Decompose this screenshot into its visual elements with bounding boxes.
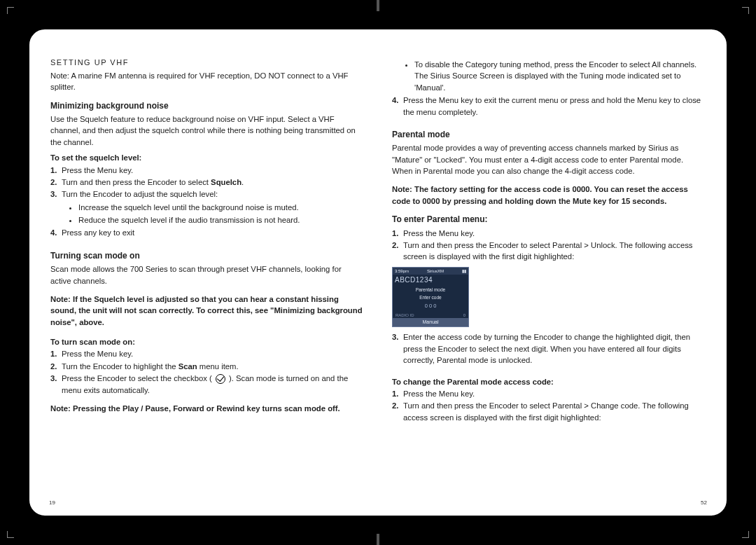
page-number-right: 52 [701, 499, 707, 506]
step-text: Turn the Encoder to highlight the Scan m… [62, 362, 239, 371]
signal-icon: ▮▮ [462, 268, 466, 275]
step-text: Press the Encoder to select the checkbox… [62, 374, 348, 394]
step-text: Press the Menu key to exit the current m… [403, 96, 701, 116]
sub-list-item: Reduce the squelch level if the audio tr… [78, 214, 364, 226]
list-item: 2.Turn the Encoder to highlight the Scan… [50, 361, 364, 372]
crop-corner-br [742, 531, 749, 538]
step-text: Turn the Encoder to adjust the squelch l… [62, 190, 218, 198]
screenshot-mode-line: Parental mode [393, 286, 468, 294]
device-screenshot: 3:59pm SiriusXM ▮▮ ABCD1234 Parental mod… [392, 267, 469, 328]
note-squelch-hiss: Note: If the Squelch level is adjusted s… [50, 294, 364, 328]
checkmark-icon [216, 374, 225, 384]
list-item: 3.Press the Encoder to select the checkb… [50, 373, 364, 396]
step-text: Press any key to exit [62, 228, 134, 237]
list-set-squelch: 1.Press the Menu key. 2.Turn and then pr… [50, 165, 364, 239]
step-text: Turn and then press the Encoder to selec… [403, 401, 689, 421]
crop-mark-bottom [377, 534, 379, 545]
screenshot-code-digits: 0 0 0 [393, 302, 468, 312]
sub-list-item: Increase the squelch level until the bac… [78, 202, 364, 213]
text-parental-mode: Parental mode provides a way of preventi… [392, 142, 706, 177]
list-change-code: 1.Press the Menu key. 2.Turn and then pr… [392, 388, 706, 423]
list-enter-parental: 1.Press the Menu key. 2.Turn and then pr… [392, 228, 706, 263]
screenshot-bottom-bar: Manual [393, 318, 468, 326]
heading-change-code: To change the Parental mode access code: [392, 376, 706, 387]
text-minimizing: Use the Squelch feature to reduce backgr… [50, 113, 364, 148]
left-column: SETTING UP VHF Note: A marine FM antenna… [50, 57, 364, 495]
step-text: Press the Menu key. [62, 350, 133, 358]
step-text: Turn and then press the Encoder to selec… [403, 241, 693, 261]
right-column: To disable the Category tuning method, p… [392, 57, 706, 495]
list-item: 2.Turn and then press the Encoder to sel… [392, 400, 706, 423]
screenshot-radio-id: RADIO ID [396, 312, 414, 319]
list-item: 3.Turn the Encoder to adjust the squelch… [50, 188, 364, 226]
text-scan-mode: Scan mode allows the 700 Series to scan … [50, 263, 364, 287]
list-item: 1.Press the Menu key. [392, 228, 706, 239]
heading-parental-mode: Parental mode [392, 129, 706, 141]
list-item: 3.Enter the access code by turning the E… [392, 331, 706, 366]
continuation-bullet-list: To disable the Category tuning method, p… [414, 59, 706, 93]
heading-enter-parental: To enter Parental menu: [392, 214, 706, 226]
crop-corner-tr [742, 7, 749, 14]
sub-list-item: To disable the Category tuning method, p… [414, 59, 706, 93]
crop-corner-bl [7, 531, 14, 538]
step-text: Enter the access code by turning the Enc… [403, 333, 690, 364]
screenshot-id-line: ABCD1234 [393, 275, 468, 286]
note-scan-off: Note: Pressing the Play / Pause, Forward… [50, 403, 364, 414]
sub-list: Increase the squelch level until the bac… [78, 202, 364, 226]
step-text: Press the Menu key. [403, 229, 475, 237]
step-text: Press the Menu key. [62, 166, 133, 174]
list-item: 2.Turn and then press the Encoder to sel… [50, 177, 364, 188]
note-factory-code: Note: The factory setting for the access… [392, 184, 706, 207]
list-item: 1.Press the Menu key. [50, 348, 364, 359]
list-enter-parental-cont: 3.Enter the access code by turning the E… [392, 331, 706, 366]
list-turn-scan: 1.Press the Menu key. 2.Turn the Encoder… [50, 348, 364, 396]
step-text: Turn and then press the Encoder to selec… [62, 178, 244, 186]
manual-page: SETTING UP VHF Note: A marine FM antenna… [28, 28, 728, 517]
section-header-vhf: SETTING UP VHF [50, 57, 364, 69]
note-antenna: Note: A marine FM antenna is required fo… [50, 70, 364, 93]
heading-minimizing: Minimizing background noise [50, 100, 364, 112]
screenshot-top-bar: 3:59pm SiriusXM ▮▮ [393, 268, 468, 275]
crop-corner-tl [7, 7, 14, 14]
heading-scan-mode: Turning scan mode on [50, 250, 364, 262]
screenshot-radio-row: RADIO ID 0 [393, 312, 468, 319]
screenshot-prompt-line: Enter code [393, 294, 468, 301]
page-number-left: 19 [49, 499, 55, 506]
continuation-step-list: 4.Press the Menu key to exit the current… [392, 95, 706, 118]
screenshot-zero: 0 [463, 312, 465, 319]
heading-set-squelch: To set the squelch level: [50, 152, 364, 163]
list-item: 1.Press the Menu key. [392, 388, 706, 399]
list-item: 1.Press the Menu key. [50, 165, 364, 176]
list-item: 2.Turn and then press the Encoder to sel… [392, 240, 706, 263]
heading-turn-scan-on: To turn scan mode on: [50, 336, 364, 347]
list-item: 4.Press the Menu key to exit the current… [392, 95, 706, 118]
step-text: Press the Menu key. [403, 389, 475, 398]
crop-mark-top [377, 0, 379, 11]
screenshot-source: SiriusXM [427, 268, 444, 275]
screenshot-time: 3:59pm [395, 268, 409, 275]
list-item: 4.Press any key to exit [50, 227, 364, 238]
